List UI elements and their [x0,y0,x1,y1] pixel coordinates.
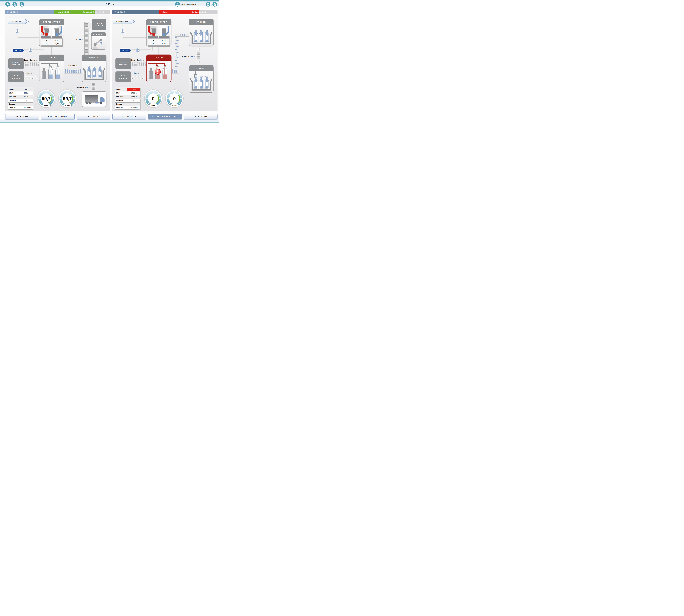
water-tag: WATER [13,49,24,52]
packer-title: PACKER [197,21,206,23]
filler-unit[interactable]: FILLER [39,55,64,82]
shipping-box[interactable] [82,92,106,107]
filler-title: FILLER [48,57,56,59]
crate-storage-box[interactable]: CRATE STORAGE [92,19,106,30]
svg-text:WATER: WATER [15,49,21,51]
alarm-icon [155,69,161,74]
svg-text:Packed Crates ↓: Packed Crates ↓ [182,56,195,58]
waste-gauge: 0 Waste [165,90,183,108]
packed-crate-conveyor: Packed Crates ↓ [77,82,95,92]
valve-water[interactable] [136,48,139,52]
status-held-badge: Held [127,88,140,91]
valve-mixing[interactable] [121,29,124,33]
sp-pv-table: SP 140,1 °C PV 140,2 °C [41,39,63,45]
svg-text:0,0 °C: 0,0 °C [162,43,166,45]
svg-text:SP: SP [45,39,47,41]
svg-text:Empty Bottles →: Empty Bottles → [131,59,144,61]
water-tag: WATER [120,49,131,52]
svg-text:WATER: WATER [122,49,128,51]
caps-conveyor: Caps → [131,72,146,80]
svg-text:Crates ↓: Crates ↓ [76,39,83,41]
pick-robot-title: PICK ROBOT [93,34,105,35]
filler2-status-table: StatusHeld Start19:18 h Est. End19:58 h … [115,88,140,110]
empty-bottle-conveyor: Empty Bottles → [131,59,146,67]
nav-reception-button[interactable]: RECEPTION [5,114,39,119]
stacker-unit[interactable]: STACKER [189,65,213,92]
bottom-teal-stripe [0,123,219,123]
bottle-storage-box[interactable]: BOTTLE STORAGE [115,58,131,69]
svg-text:STORAGE: STORAGE [12,64,21,66]
nav-filling-packaging-button[interactable]: FILLING & PACKAGING [148,114,182,119]
valve-water[interactable] [29,48,32,52]
nav-storage-button[interactable]: STORAGE [76,114,110,119]
oee-value: 0 [152,96,155,101]
waste-value: 99,7 [63,96,72,101]
svg-text:HOPPER: HOPPER [12,78,20,79]
svg-text:BOTTLE: BOTTLE [13,62,20,63]
svg-text:SP: SP [152,39,154,41]
sterilisator-unit[interactable]: STERILISATOR SP 0,0 °C PV 0,0 °C [146,19,171,46]
caps-conveyor: Caps → [24,72,39,80]
nav-pasteurization-button[interactable]: PASTEURIZATION [41,114,75,119]
clock-icon[interactable] [206,2,210,6]
bottom-light-band [0,119,219,122]
packed-crate-conveyor: Packed Crates ↓ [182,46,200,65]
nav-cip-station-button[interactable]: CIP STATION [184,114,218,119]
pick-robot-unit[interactable]: PICK ROBOT [91,32,106,49]
svg-text:STORAGE: STORAGE [94,25,104,26]
svg-text:Empty Bottles →: Empty Bottles → [24,59,37,61]
svg-text:PV: PV [152,43,154,45]
user-name: Bernd Beispielnutzer [181,4,197,5]
mixing-area-tag: MIXING AREA [113,19,135,24]
svg-text:MIXING AREA: MIXING AREA [116,21,129,22]
filler1-status-table: StatusIdle Start22:18 h Est. End23:21 h … [8,88,33,110]
gear-icon[interactable] [212,2,217,6]
svg-text:CAP: CAP [121,75,125,76]
waste-value: 0 [173,96,176,101]
cap-hopper-box[interactable]: CAP HOPPER [115,71,131,82]
cap-hopper-box[interactable]: CAP HOPPER [8,71,24,82]
svg-text:Caps →: Caps → [26,72,32,74]
oee-label: OEE [44,105,48,107]
svg-text:CAP: CAP [14,75,18,76]
oee-gauge: 99,7 OEE [37,90,55,108]
packer-title: PACKER [89,57,99,59]
oee-label: OEE [152,105,155,107]
sterilisator-title: STERILISATOR [43,21,60,23]
svg-text:STORAGE: STORAGE [119,64,128,66]
sp-pv-table: SP 0,0 °C PV 0,0 °C [148,39,169,45]
packer-unit[interactable]: PACKER [82,55,106,82]
svg-text:140,2 °C: 140,2 °C [54,43,60,45]
svg-text:140,1 °C: 140,1 °C [54,39,60,41]
bottle-storage-box[interactable]: BOTTLE STORAGE [8,58,24,69]
svg-text:PV: PV [45,43,47,45]
bottom-nav: RECEPTION PASTEURIZATION STORAGE MIXING … [5,114,218,119]
nav-mixing-area-button[interactable]: MIXING AREA [112,114,146,119]
filler-title: FILLER [155,57,163,59]
user-avatar[interactable] [175,2,180,6]
waste-gauge: 99,7 Waste [58,90,76,108]
sterilisator-unit[interactable]: STERILISATOR SP 140,1 °C PV 140,2 °C [39,19,64,46]
hmi-dashboard: 12:45 Uhr Bernd Beispielnutzer FILLER 1 … [0,0,219,123]
crate-conveyor: Crates ↓ [76,22,92,55]
stacker-title: STACKER [196,67,207,69]
oee-value: 99,7 [42,96,50,101]
svg-text:Packed Crates ↓: Packed Crates ↓ [77,87,90,88]
panel-filler1: FILLER 1 Start: 15:05 h Estimated End: 1… [5,10,110,111]
oee-gauge: 0 OEE [144,90,162,108]
valve-storage[interactable] [16,29,19,33]
storage-tag: STORAGE [8,19,29,24]
filler-unit-alarm[interactable]: FILLER [146,55,171,82]
waste-label: Waste [65,105,70,107]
svg-text:HOPPER: HOPPER [119,78,127,79]
svg-text:BOTTLE: BOTTLE [119,62,127,63]
svg-text:STORAGE: STORAGE [12,21,21,22]
waste-label: Waste [172,105,177,107]
empty-bottle-conveyor: Empty Bottles → [24,59,39,67]
filled-bottle-conveyor: Filled Bottles → [64,65,82,74]
panel-filler2: FILLER 2 Start: – Estimated End: – MIXIN… [112,10,218,111]
packer-unit[interactable]: PACKER [189,19,213,46]
bottle-elevator [171,33,189,74]
svg-text:Filled Bottles →: Filled Bottles → [67,65,79,67]
svg-text:0,0 °C: 0,0 °C [162,39,166,41]
